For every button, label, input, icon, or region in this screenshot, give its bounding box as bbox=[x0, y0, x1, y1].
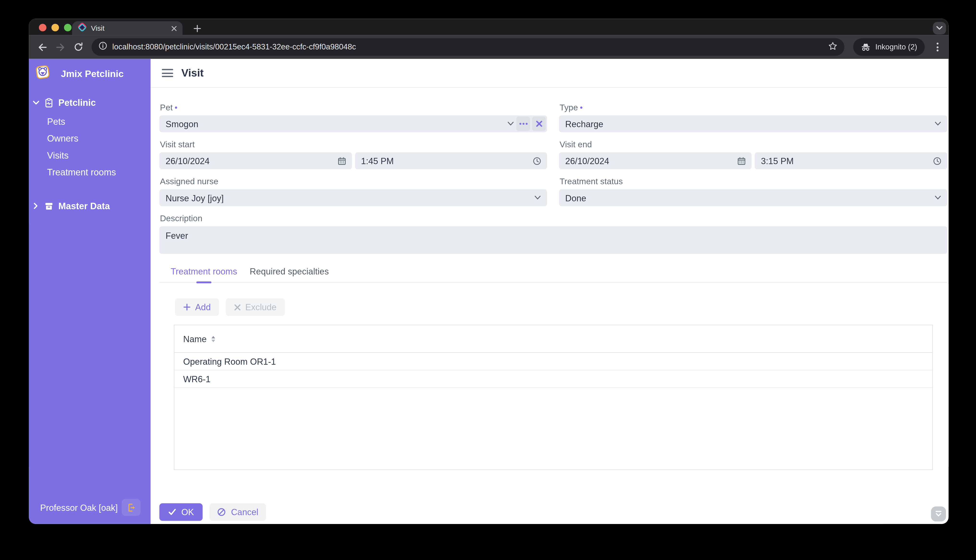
required-marker: • bbox=[580, 103, 583, 112]
detail-tabs: Treatment rooms Required specialties bbox=[159, 266, 947, 283]
visit-end-date-input[interactable] bbox=[565, 156, 734, 166]
sidebar-item-label: Treatment rooms bbox=[47, 167, 116, 177]
treatment-rooms-table: Name Operating Room OR1-1 WR6-1 bbox=[174, 325, 933, 470]
assigned-nurse-select[interactable] bbox=[159, 189, 547, 206]
type-select[interactable] bbox=[559, 115, 947, 132]
current-user-label: Professor Oak [oak] bbox=[40, 502, 122, 512]
sidebar-item-label: Pets bbox=[47, 117, 65, 127]
sidebar-item-pets[interactable]: Pets bbox=[29, 113, 150, 130]
sidebar-item-owners[interactable]: Owners bbox=[29, 130, 150, 147]
browser-window: Visit bbox=[29, 19, 948, 524]
ban-icon bbox=[217, 508, 226, 517]
minimize-window-button[interactable] bbox=[52, 24, 59, 31]
sidebar-item-label: Owners bbox=[47, 133, 79, 143]
visit-end-label: Visit end bbox=[560, 140, 947, 150]
assigned-nurse-input[interactable] bbox=[166, 193, 530, 203]
pet-input[interactable] bbox=[166, 119, 503, 129]
chevron-down-icon[interactable] bbox=[934, 195, 942, 201]
sort-icon[interactable] bbox=[212, 336, 216, 342]
exclude-button[interactable]: Exclude bbox=[226, 298, 284, 316]
sidebar-nav: Petclinic Pets Owners Visits Treatment r… bbox=[29, 88, 150, 217]
ok-button-label: OK bbox=[181, 507, 194, 517]
page-title: Visit bbox=[181, 67, 204, 79]
browser-tab-visit[interactable]: Visit bbox=[72, 22, 182, 35]
description-textarea[interactable]: Fever bbox=[159, 226, 947, 254]
calendar-icon[interactable] bbox=[337, 157, 346, 165]
treatment-status-group: Treatment status bbox=[559, 177, 947, 206]
chevron-down-icon[interactable] bbox=[534, 195, 541, 201]
chevron-right-icon bbox=[32, 203, 39, 210]
sidebar-item-visits[interactable]: Visits bbox=[29, 147, 150, 163]
visit-start-time-input[interactable] bbox=[361, 156, 529, 166]
column-header-name[interactable]: Name bbox=[183, 334, 207, 344]
zoom-window-button[interactable] bbox=[64, 24, 71, 31]
page-header: Visit bbox=[150, 59, 949, 88]
x-icon bbox=[234, 304, 241, 311]
sidebar-item-treatment-rooms[interactable]: Treatment rooms bbox=[29, 163, 150, 181]
browser-tabstrip: Visit bbox=[29, 19, 948, 35]
browser-menu-icon[interactable] bbox=[932, 40, 943, 54]
scroll-to-bottom-button[interactable] bbox=[931, 507, 946, 522]
bookmark-star-icon[interactable] bbox=[828, 41, 838, 53]
rooms-toolbar: Add Exclude bbox=[175, 298, 948, 316]
table-row[interactable]: WR6-1 bbox=[174, 370, 932, 388]
window-controls bbox=[39, 24, 72, 31]
ellipsis-icon bbox=[519, 123, 527, 125]
sidebar-section-petclinic[interactable]: Petclinic bbox=[29, 92, 150, 113]
room-name-cell: Operating Room OR1-1 bbox=[183, 356, 276, 367]
close-window-button[interactable] bbox=[39, 24, 46, 31]
clock-icon[interactable] bbox=[933, 157, 942, 165]
incognito-badge: Inkognito (2) bbox=[853, 38, 924, 56]
sidebar-item-label: Visits bbox=[47, 150, 69, 160]
archive-box-icon bbox=[44, 201, 54, 211]
clear-x-icon bbox=[536, 120, 543, 127]
cancel-button[interactable]: Cancel bbox=[210, 503, 266, 521]
chevron-down-icon[interactable] bbox=[934, 121, 942, 127]
visit-start-group: Visit start bbox=[159, 140, 547, 169]
menu-toggle-icon[interactable] bbox=[162, 69, 173, 77]
visit-end-group: Visit end bbox=[559, 140, 947, 169]
tab-required-specialties[interactable]: Required specialties bbox=[244, 266, 335, 282]
type-input[interactable] bbox=[565, 119, 930, 129]
main-area: Visit Pet• bbox=[150, 59, 949, 524]
visit-start-date-input[interactable] bbox=[166, 156, 334, 166]
table-row[interactable]: Operating Room OR1-1 bbox=[174, 353, 932, 370]
jmix-favicon-icon bbox=[78, 23, 87, 34]
plus-icon bbox=[183, 303, 191, 311]
tab-close-icon[interactable] bbox=[171, 23, 177, 34]
table-header[interactable]: Name bbox=[174, 325, 932, 353]
screen: Visit bbox=[0, 0, 976, 560]
calendar-icon[interactable] bbox=[737, 157, 746, 165]
site-info-icon[interactable] bbox=[99, 41, 107, 53]
room-name-cell: WR6-1 bbox=[183, 374, 211, 384]
sidebar-section-master-data[interactable]: Master Data bbox=[29, 195, 150, 216]
type-field-group: Type• bbox=[559, 103, 947, 132]
pet-clear-button[interactable] bbox=[532, 117, 546, 131]
reload-icon[interactable] bbox=[72, 40, 85, 54]
clock-icon[interactable] bbox=[533, 157, 541, 165]
visit-end-time-input[interactable] bbox=[761, 156, 929, 166]
back-icon[interactable] bbox=[35, 40, 49, 54]
tab-treatment-rooms[interactable]: Treatment rooms bbox=[164, 266, 243, 282]
chevron-down-icon[interactable] bbox=[507, 121, 515, 127]
visit-end-date-field bbox=[559, 152, 752, 169]
pet-picker bbox=[159, 115, 547, 132]
logout-button[interactable] bbox=[122, 499, 140, 516]
sidebar: Jmix Petclinic Petclinic Pets Owners bbox=[29, 59, 150, 524]
sidebar-section-label: Petclinic bbox=[58, 97, 96, 107]
required-marker: • bbox=[175, 103, 177, 112]
forward-icon[interactable] bbox=[53, 40, 67, 54]
url-text[interactable]: localhost:8080/petclinic/visits/00215ec4… bbox=[112, 43, 823, 52]
pet-lookup-button[interactable] bbox=[516, 117, 530, 131]
ok-button[interactable]: OK bbox=[159, 503, 203, 521]
url-bar[interactable]: localhost:8080/petclinic/visits/00215ec4… bbox=[92, 38, 844, 56]
add-button[interactable]: Add bbox=[175, 298, 219, 316]
sidebar-section-label: Master Data bbox=[58, 201, 110, 211]
tab-search-button[interactable] bbox=[933, 22, 946, 34]
treatment-status-input[interactable] bbox=[565, 193, 930, 203]
assigned-nurse-label: Assigned nurse bbox=[160, 177, 547, 187]
visit-form: Pet• bbox=[150, 88, 949, 524]
new-tab-button[interactable] bbox=[191, 22, 203, 34]
visit-start-label: Visit start bbox=[160, 140, 547, 150]
treatment-status-select[interactable] bbox=[559, 189, 947, 206]
